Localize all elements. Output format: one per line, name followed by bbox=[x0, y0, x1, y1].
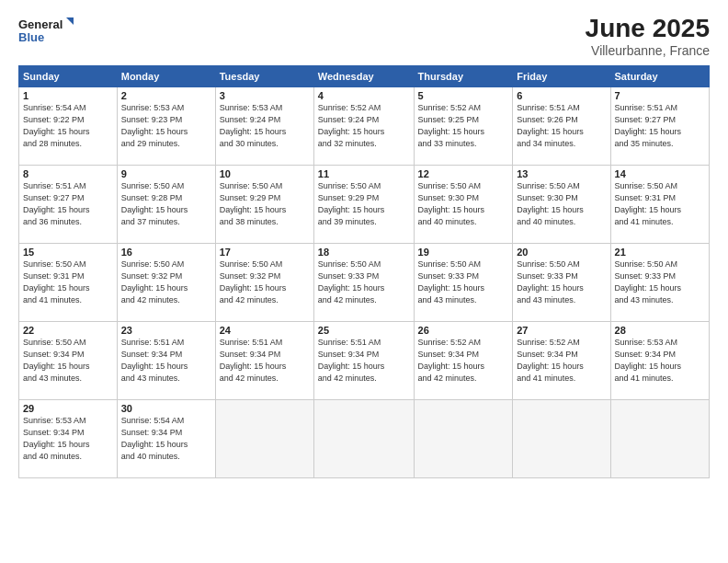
svg-marker-1 bbox=[66, 17, 74, 25]
table-row: 28 Sunrise: 5:53 AM Sunset: 9:34 PM Dayl… bbox=[610, 322, 709, 400]
table-row: 23 Sunrise: 5:51 AM Sunset: 9:34 PM Dayl… bbox=[117, 322, 215, 400]
table-row bbox=[513, 400, 610, 478]
col-saturday: Saturday bbox=[610, 66, 709, 87]
day-number: 12 bbox=[418, 168, 509, 179]
table-row: 1 Sunrise: 5:54 AM Sunset: 9:22 PM Dayli… bbox=[19, 87, 118, 166]
table-row: 17 Sunrise: 5:50 AM Sunset: 9:32 PM Dayl… bbox=[215, 244, 313, 322]
table-row bbox=[313, 400, 414, 478]
day-detail: Sunrise: 5:53 AM Sunset: 9:34 PM Dayligh… bbox=[23, 415, 113, 463]
table-row: 25 Sunrise: 5:51 AM Sunset: 9:34 PM Dayl… bbox=[313, 322, 414, 400]
table-row: 24 Sunrise: 5:51 AM Sunset: 9:34 PM Dayl… bbox=[215, 322, 313, 400]
day-detail: Sunrise: 5:50 AM Sunset: 9:31 PM Dayligh… bbox=[23, 259, 113, 306]
table-row: 6 Sunrise: 5:51 AM Sunset: 9:26 PM Dayli… bbox=[513, 87, 610, 166]
day-detail: Sunrise: 5:52 AM Sunset: 9:34 PM Dayligh… bbox=[418, 337, 509, 385]
day-number: 21 bbox=[615, 247, 705, 258]
day-number: 23 bbox=[121, 325, 211, 336]
day-number: 13 bbox=[517, 168, 606, 179]
table-row: 2 Sunrise: 5:53 AM Sunset: 9:23 PM Dayli… bbox=[117, 87, 215, 166]
day-number: 20 bbox=[517, 247, 606, 258]
calendar-table: Sunday Monday Tuesday Wednesday Thursday… bbox=[18, 65, 710, 478]
day-number: 19 bbox=[418, 247, 509, 258]
table-row: 12 Sunrise: 5:50 AM Sunset: 9:30 PM Dayl… bbox=[414, 166, 513, 244]
day-number: 30 bbox=[121, 403, 211, 414]
day-number: 5 bbox=[418, 90, 509, 101]
day-detail: Sunrise: 5:52 AM Sunset: 9:34 PM Dayligh… bbox=[517, 337, 606, 385]
calendar-row: 1 Sunrise: 5:54 AM Sunset: 9:22 PM Dayli… bbox=[19, 87, 710, 166]
day-detail: Sunrise: 5:51 AM Sunset: 9:27 PM Dayligh… bbox=[615, 102, 705, 150]
day-number: 3 bbox=[220, 90, 310, 101]
day-number: 15 bbox=[23, 247, 113, 258]
table-row: 3 Sunrise: 5:53 AM Sunset: 9:24 PM Dayli… bbox=[215, 87, 313, 166]
col-wednesday: Wednesday bbox=[313, 66, 414, 87]
title-block: June 2025 Villeurbanne, France bbox=[586, 14, 710, 58]
table-row: 16 Sunrise: 5:50 AM Sunset: 9:32 PM Dayl… bbox=[117, 244, 215, 322]
day-detail: Sunrise: 5:50 AM Sunset: 9:33 PM Dayligh… bbox=[318, 259, 410, 306]
day-detail: Sunrise: 5:50 AM Sunset: 9:30 PM Dayligh… bbox=[517, 180, 606, 228]
table-row: 19 Sunrise: 5:50 AM Sunset: 9:33 PM Dayl… bbox=[414, 244, 513, 322]
day-detail: Sunrise: 5:51 AM Sunset: 9:34 PM Dayligh… bbox=[318, 337, 410, 385]
calendar-row: 15 Sunrise: 5:50 AM Sunset: 9:31 PM Dayl… bbox=[19, 244, 710, 322]
table-row: 20 Sunrise: 5:50 AM Sunset: 9:33 PM Dayl… bbox=[513, 244, 610, 322]
day-number: 14 bbox=[615, 168, 705, 179]
day-detail: Sunrise: 5:51 AM Sunset: 9:26 PM Dayligh… bbox=[517, 102, 606, 150]
table-row: 26 Sunrise: 5:52 AM Sunset: 9:34 PM Dayl… bbox=[414, 322, 513, 400]
day-detail: Sunrise: 5:50 AM Sunset: 9:29 PM Dayligh… bbox=[220, 180, 310, 228]
day-number: 28 bbox=[615, 325, 705, 336]
calendar-row: 29 Sunrise: 5:53 AM Sunset: 9:34 PM Dayl… bbox=[19, 400, 710, 478]
table-row: 22 Sunrise: 5:50 AM Sunset: 9:34 PM Dayl… bbox=[19, 322, 118, 400]
month-title: June 2025 bbox=[586, 14, 710, 43]
location: Villeurbanne, France bbox=[586, 43, 710, 58]
day-detail: Sunrise: 5:50 AM Sunset: 9:34 PM Dayligh… bbox=[23, 337, 113, 385]
table-row: 10 Sunrise: 5:50 AM Sunset: 9:29 PM Dayl… bbox=[215, 166, 313, 244]
table-row: 27 Sunrise: 5:52 AM Sunset: 9:34 PM Dayl… bbox=[513, 322, 610, 400]
day-number: 7 bbox=[615, 90, 705, 101]
calendar-row: 8 Sunrise: 5:51 AM Sunset: 9:27 PM Dayli… bbox=[19, 166, 710, 244]
calendar-row: 22 Sunrise: 5:50 AM Sunset: 9:34 PM Dayl… bbox=[19, 322, 710, 400]
day-detail: Sunrise: 5:50 AM Sunset: 9:28 PM Dayligh… bbox=[121, 180, 211, 228]
day-detail: Sunrise: 5:52 AM Sunset: 9:24 PM Dayligh… bbox=[318, 102, 410, 150]
logo: General Blue bbox=[18, 14, 74, 47]
day-number: 17 bbox=[220, 247, 310, 258]
header: General Blue June 2025 Villeurbanne, Fra… bbox=[18, 14, 710, 58]
day-detail: Sunrise: 5:50 AM Sunset: 9:32 PM Dayligh… bbox=[220, 259, 310, 306]
table-row: 14 Sunrise: 5:50 AM Sunset: 9:31 PM Dayl… bbox=[610, 166, 709, 244]
table-row: 5 Sunrise: 5:52 AM Sunset: 9:25 PM Dayli… bbox=[414, 87, 513, 166]
day-detail: Sunrise: 5:53 AM Sunset: 9:24 PM Dayligh… bbox=[220, 102, 310, 150]
day-detail: Sunrise: 5:51 AM Sunset: 9:34 PM Dayligh… bbox=[121, 337, 211, 385]
svg-text:Blue: Blue bbox=[18, 30, 44, 44]
table-row: 29 Sunrise: 5:53 AM Sunset: 9:34 PM Dayl… bbox=[19, 400, 118, 478]
day-detail: Sunrise: 5:50 AM Sunset: 9:32 PM Dayligh… bbox=[121, 259, 211, 306]
day-number: 18 bbox=[318, 247, 410, 258]
day-number: 6 bbox=[517, 90, 606, 101]
calendar-body: 1 Sunrise: 5:54 AM Sunset: 9:22 PM Dayli… bbox=[19, 87, 710, 478]
day-detail: Sunrise: 5:53 AM Sunset: 9:23 PM Dayligh… bbox=[121, 102, 211, 150]
table-row: 30 Sunrise: 5:54 AM Sunset: 9:34 PM Dayl… bbox=[117, 400, 215, 478]
table-row bbox=[610, 400, 709, 478]
day-number: 27 bbox=[517, 325, 606, 336]
day-number: 9 bbox=[121, 168, 211, 179]
table-row: 18 Sunrise: 5:50 AM Sunset: 9:33 PM Dayl… bbox=[313, 244, 414, 322]
col-monday: Monday bbox=[117, 66, 215, 87]
calendar-header-row: Sunday Monday Tuesday Wednesday Thursday… bbox=[19, 66, 710, 87]
table-row: 4 Sunrise: 5:52 AM Sunset: 9:24 PM Dayli… bbox=[313, 87, 414, 166]
col-sunday: Sunday bbox=[19, 66, 118, 87]
table-row bbox=[414, 400, 513, 478]
day-detail: Sunrise: 5:50 AM Sunset: 9:31 PM Dayligh… bbox=[615, 180, 705, 228]
day-detail: Sunrise: 5:54 AM Sunset: 9:22 PM Dayligh… bbox=[23, 102, 113, 150]
day-detail: Sunrise: 5:50 AM Sunset: 9:30 PM Dayligh… bbox=[418, 180, 509, 228]
col-tuesday: Tuesday bbox=[215, 66, 313, 87]
day-detail: Sunrise: 5:50 AM Sunset: 9:33 PM Dayligh… bbox=[615, 259, 705, 306]
day-detail: Sunrise: 5:50 AM Sunset: 9:33 PM Dayligh… bbox=[517, 259, 606, 306]
day-number: 24 bbox=[220, 325, 310, 336]
table-row: 8 Sunrise: 5:51 AM Sunset: 9:27 PM Dayli… bbox=[19, 166, 118, 244]
table-row: 15 Sunrise: 5:50 AM Sunset: 9:31 PM Dayl… bbox=[19, 244, 118, 322]
day-detail: Sunrise: 5:50 AM Sunset: 9:29 PM Dayligh… bbox=[318, 180, 410, 228]
day-number: 26 bbox=[418, 325, 509, 336]
day-detail: Sunrise: 5:51 AM Sunset: 9:27 PM Dayligh… bbox=[23, 180, 113, 228]
day-number: 10 bbox=[220, 168, 310, 179]
day-number: 8 bbox=[23, 168, 113, 179]
day-number: 1 bbox=[23, 90, 113, 101]
day-number: 11 bbox=[318, 168, 410, 179]
day-number: 22 bbox=[23, 325, 113, 336]
svg-text:General: General bbox=[18, 17, 63, 31]
